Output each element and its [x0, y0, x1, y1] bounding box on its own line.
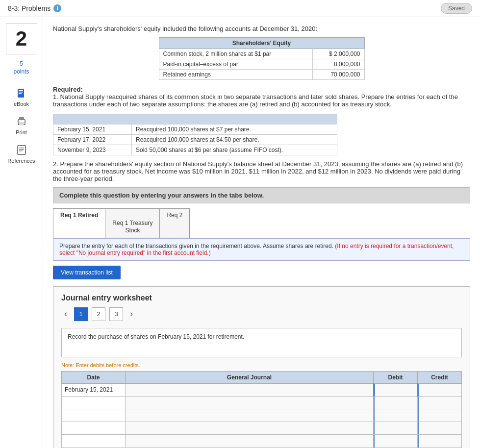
req2-text: 2. Prepare the shareholders' equity sect… [53, 160, 470, 182]
col-journal-header: General Journal [126, 371, 374, 383]
prev-page-button[interactable]: ‹ [61, 308, 70, 320]
required-label: Required: [53, 86, 83, 93]
credit-cell-3[interactable] [418, 409, 462, 422]
general-journal-input-3[interactable] [126, 409, 373, 422]
equity-row-2: Paid-in capital–excess of par 8,000,000 [159, 59, 364, 70]
credit-input-3[interactable] [418, 409, 461, 422]
page-nav: ‹ 1 2 3 › [61, 307, 462, 321]
credit-cell-4[interactable] [418, 422, 462, 434]
page-1-button[interactable]: 1 [74, 307, 88, 321]
main-layout: 2 5points eBook Print [0, 17, 480, 448]
content-area: National Supply's shareholders' equity i… [43, 17, 480, 448]
journal-table-header: Date General Journal Debit Credit [62, 371, 462, 383]
date-cell-2 [62, 396, 126, 409]
record-text-box: Record the purchase of shares on Februar… [61, 328, 462, 357]
debit-cell-3[interactable] [374, 409, 418, 422]
journal-row-5 [62, 434, 462, 447]
question-number: 2 [6, 23, 37, 54]
info-icon[interactable]: i [53, 4, 61, 12]
debit-cell-4[interactable] [374, 422, 418, 434]
svg-rect-3 [19, 93, 22, 94]
page-2-button[interactable]: 2 [92, 307, 105, 321]
journal-row-1: February 15, 2021 [62, 383, 462, 396]
col-date-header: Date [62, 371, 126, 383]
tab-req1-treasury[interactable]: Req 1 TreasuryStock [105, 208, 160, 238]
tab-req2[interactable]: Req 2 [160, 208, 190, 238]
book-icon [15, 86, 28, 100]
saved-badge: Saved [441, 3, 472, 14]
page-title: 8-3: Problems i [8, 4, 61, 12]
credit-input-4[interactable] [418, 422, 461, 434]
debit-input-1[interactable] [374, 384, 417, 396]
complete-banner: Complete this question by entering your … [53, 187, 470, 203]
date-cell-3 [62, 409, 126, 422]
svg-rect-5 [19, 117, 24, 120]
transaction-row-1: February 15, 2021 Reacquired 100,000 sha… [53, 124, 337, 135]
references-icon [15, 143, 28, 157]
general-journal-input-1[interactable] [126, 384, 373, 396]
page-3-button[interactable]: 3 [109, 307, 123, 321]
left-sidebar: 2 5points eBook Print [0, 17, 43, 448]
equity-table: Shareholders' Equity Common stock, 2 mil… [159, 37, 365, 80]
general-journal-input-2[interactable] [126, 397, 373, 409]
instruction-box: Prepare the entry for each of the transa… [53, 238, 470, 261]
col-credit-header: Credit [418, 371, 462, 383]
general-journal-cell-2[interactable] [126, 396, 374, 409]
journal-row-2 [62, 396, 462, 409]
svg-rect-8 [19, 148, 24, 149]
svg-rect-7 [18, 146, 25, 154]
general-journal-cell-4[interactable] [126, 422, 374, 434]
svg-rect-10 [19, 150, 23, 151]
equity-row-1: Common stock, 2 million shares at $1 par… [159, 49, 364, 59]
date-cell-1: February 15, 2021 [62, 383, 126, 396]
tabs-row: Req 1 Retired Req 1 TreasuryStock Req 2 [53, 208, 470, 238]
debit-input-4[interactable] [374, 422, 417, 434]
next-page-button[interactable]: › [127, 308, 136, 320]
sidebar-btn-ebook[interactable]: eBook [4, 83, 39, 110]
journal-worksheet: Journal entry worksheet ‹ 1 2 3 › Record… [53, 286, 470, 448]
journal-row-4 [62, 422, 462, 434]
equity-row-3: Retained earnings 70,000,000 [159, 70, 364, 80]
debit-input-2[interactable] [374, 397, 417, 409]
tab-req1-retired[interactable]: Req 1 Retired [53, 208, 105, 238]
credit-cell-1[interactable] [418, 383, 462, 396]
general-journal-cell-1[interactable] [126, 383, 374, 396]
debit-cell-5[interactable] [374, 434, 418, 447]
equity-table-header: Shareholders' Equity [159, 38, 364, 49]
credit-input-1[interactable] [418, 384, 462, 396]
top-bar: 8-3: Problems i Saved [0, 0, 480, 17]
general-journal-input-4[interactable] [126, 422, 373, 434]
debit-cell-1[interactable] [374, 383, 418, 396]
svg-rect-2 [19, 92, 23, 93]
transactions-table: February 15, 2021 Reacquired 100,000 sha… [53, 114, 337, 155]
sidebar-btn-references[interactable]: References [4, 140, 39, 167]
credit-cell-5[interactable] [418, 434, 462, 447]
date-cell-5 [62, 434, 126, 447]
journal-title: Journal entry worksheet [61, 294, 462, 302]
general-journal-cell-3[interactable] [126, 409, 374, 422]
transaction-row-3: November 9, 2023 Sold 50,000 shares at $… [53, 145, 337, 155]
title-text: 8-3: Problems [8, 4, 51, 12]
transaction-row-2: February 17, 2022 Reacquired 100,000 sha… [53, 135, 337, 145]
svg-rect-1 [19, 90, 23, 91]
sidebar-btn-print[interactable]: Print [4, 112, 39, 138]
journal-row-3 [62, 409, 462, 422]
debit-cell-2[interactable] [374, 396, 418, 409]
points-label: 5points [13, 60, 29, 75]
credit-input-2[interactable] [418, 397, 461, 409]
note-text: Note: Enter debits before credits. [61, 362, 462, 368]
debit-input-5[interactable] [374, 435, 417, 447]
print-icon [15, 115, 28, 128]
general-journal-input-5[interactable] [126, 435, 373, 447]
credit-input-5[interactable] [418, 435, 461, 447]
view-transaction-button[interactable]: View transaction list [53, 266, 121, 279]
general-journal-cell-5[interactable] [126, 434, 374, 447]
required-section: Required: 1. National Supply reacquired … [53, 86, 470, 108]
debit-input-3[interactable] [374, 409, 417, 422]
date-cell-4 [62, 422, 126, 434]
credit-cell-2[interactable] [418, 396, 462, 409]
col-debit-header: Debit [374, 371, 418, 383]
svg-rect-9 [19, 149, 24, 150]
intro-text: National Supply's shareholders' equity i… [53, 25, 470, 32]
svg-rect-6 [19, 123, 24, 125]
